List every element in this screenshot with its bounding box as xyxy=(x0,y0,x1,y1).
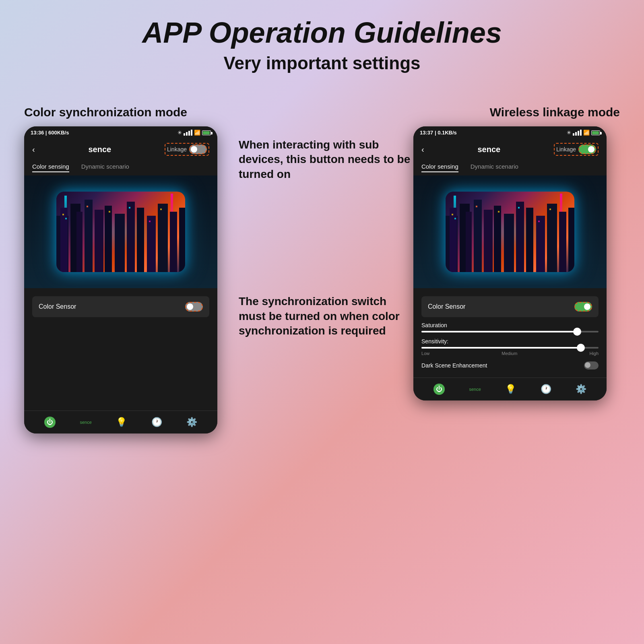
svg-rect-9 xyxy=(137,208,144,272)
sensitivity-row: Sensitivity: Low Medium High xyxy=(421,338,599,356)
left-nav-sence-label: sence xyxy=(80,420,91,425)
svg-rect-29 xyxy=(516,202,524,272)
right-clock-icon: 🕐 xyxy=(541,384,551,394)
right-nav-clock[interactable]: 🕐 xyxy=(541,384,551,394)
right-back-arrow-icon[interactable]: ‹ xyxy=(421,145,424,154)
right-phone-image-area xyxy=(413,175,607,288)
svg-rect-36 xyxy=(454,218,456,219)
svg-rect-5 xyxy=(95,210,103,272)
svg-rect-41 xyxy=(549,208,551,210)
left-sensor-row: Color Sensor xyxy=(32,296,209,317)
left-phone: 13:36 | 600KB/s ✳ 📶 xyxy=(24,126,217,433)
right-bulb-icon: 💡 xyxy=(505,384,516,394)
left-section-label: Color synchronization mode xyxy=(24,105,187,119)
right-bottom-bar: ⏻ sence 💡 🕐 ⚙️ xyxy=(413,378,607,400)
marker-medium: Medium xyxy=(502,351,517,356)
right-section-label: Wireless linkage mode xyxy=(490,105,620,119)
sensitivity-thumb[interactable] xyxy=(577,344,585,352)
clock-icon: 🕐 xyxy=(151,417,162,427)
sub-title: Very important settings xyxy=(223,53,420,73)
saturation-track[interactable] xyxy=(421,331,599,332)
signal-bars xyxy=(184,130,192,136)
right-phone-content: Color Sensor Saturation Sensitivity: xyxy=(413,288,607,378)
left-status-icons: ✳ 📶 xyxy=(178,130,211,136)
left-sensor-label: Color Sensor xyxy=(39,303,76,310)
left-phone-content: Color Sensor xyxy=(24,288,217,330)
annotation-1: When interacting with sub devices, this … xyxy=(239,138,413,182)
phones-row: Color synchronization mode 13:36 | 600KB… xyxy=(24,105,620,433)
left-linkage-label: Linkage xyxy=(167,146,187,153)
right-power-icon: ⏻ xyxy=(433,384,445,395)
svg-rect-24 xyxy=(466,212,472,272)
svg-rect-27 xyxy=(494,206,501,272)
left-nav-bulb[interactable]: 💡 xyxy=(116,417,127,427)
dark-scene-label: Dark Scene Enhancement xyxy=(421,362,487,369)
wifi-icon: 📶 xyxy=(194,130,200,136)
saturation-label: Saturation xyxy=(421,322,599,328)
right-bluetooth-icon: ✳ xyxy=(567,130,571,136)
middle-annotations: When interacting with sub devices, this … xyxy=(231,105,413,338)
left-linkage-control: Linkage xyxy=(165,143,209,156)
right-nav-sence-label: sence xyxy=(469,387,481,392)
svg-rect-31 xyxy=(536,216,545,272)
saturation-row: Saturation xyxy=(421,322,599,332)
right-status-time: 13:37 | 0.1KB/s xyxy=(420,130,457,136)
right-color-sensor-toggle[interactable] xyxy=(574,302,592,312)
dark-scene-row: Dark Scene Enhancement xyxy=(421,361,599,369)
svg-rect-34 xyxy=(568,208,574,272)
left-nav-sence[interactable]: sence xyxy=(80,420,91,425)
right-battery-icon xyxy=(591,130,600,135)
right-tab-dynamic[interactable]: Dynamic scenario xyxy=(471,163,518,172)
left-nav-power[interactable]: ⏻ xyxy=(44,417,56,428)
marker-high: High xyxy=(589,351,599,356)
svg-rect-11 xyxy=(158,204,168,272)
left-phone-image-area xyxy=(24,175,217,288)
left-linkage-toggle[interactable] xyxy=(189,144,207,154)
right-linkage-toggle[interactable] xyxy=(578,144,596,154)
svg-rect-30 xyxy=(526,208,533,272)
svg-rect-22 xyxy=(450,208,457,272)
power-icon: ⏻ xyxy=(44,417,56,428)
left-color-sensor-toggle[interactable] xyxy=(185,302,203,312)
svg-rect-16 xyxy=(87,206,88,207)
left-tab-dynamic[interactable]: Dynamic scenario xyxy=(81,163,129,172)
right-tab-color-sensing[interactable]: Color sensing xyxy=(421,163,458,172)
right-nav-settings[interactable]: ⚙️ xyxy=(576,384,586,394)
city-svg-right xyxy=(446,192,574,272)
left-city-image xyxy=(56,192,185,272)
sensitivity-track[interactable] xyxy=(421,347,599,349)
right-nav-power[interactable]: ⏻ xyxy=(433,384,445,395)
svg-rect-18 xyxy=(129,207,130,208)
right-nav-sence[interactable]: sence xyxy=(469,387,481,392)
left-section: Color synchronization mode 13:36 | 600KB… xyxy=(24,105,231,433)
city-svg-left xyxy=(56,192,185,272)
dark-scene-toggle[interactable] xyxy=(584,361,599,369)
right-nav-bulb[interactable]: 💡 xyxy=(505,384,516,394)
left-bottom-bar: ⏻ sence 💡 🕐 ⚙️ xyxy=(24,411,217,433)
left-phone-header: ‹ sence Linkage xyxy=(24,139,217,160)
left-status-time: 13:36 | 600KB/s xyxy=(31,130,69,136)
svg-rect-37 xyxy=(476,206,477,207)
back-arrow-icon[interactable]: ‹ xyxy=(32,145,35,154)
annotation-2: The synchronization switch must be turne… xyxy=(239,294,413,338)
svg-rect-3 xyxy=(76,212,83,272)
svg-rect-26 xyxy=(484,210,493,272)
left-nav-clock[interactable]: 🕐 xyxy=(151,417,162,427)
right-linkage-control: Linkage xyxy=(554,143,599,156)
right-status-icons: ✳ 📶 xyxy=(567,130,600,136)
saturation-thumb[interactable] xyxy=(573,328,581,336)
svg-rect-4 xyxy=(85,200,93,272)
left-nav-settings[interactable]: ⚙️ xyxy=(186,417,197,427)
svg-rect-8 xyxy=(127,202,135,272)
svg-rect-17 xyxy=(109,211,110,213)
marker-low: Low xyxy=(421,351,429,356)
left-phone-title: sence xyxy=(88,145,111,154)
svg-rect-39 xyxy=(518,207,520,208)
right-signal-bars xyxy=(573,130,582,136)
left-status-bar: 13:36 | 600KB/s ✳ 📶 xyxy=(24,126,217,139)
sensitivity-label: Sensitivity: xyxy=(421,338,599,345)
right-phone: 13:37 | 0.1KB/s ✳ 📶 xyxy=(413,126,607,400)
svg-rect-15 xyxy=(65,218,67,219)
left-tab-color-sensing[interactable]: Color sensing xyxy=(32,163,69,172)
right-status-bar: 13:37 | 0.1KB/s ✳ 📶 xyxy=(413,126,607,139)
